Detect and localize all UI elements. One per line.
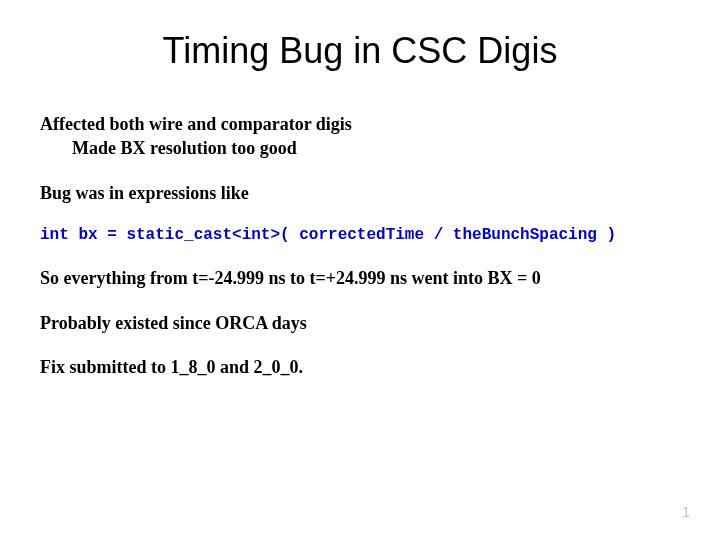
slide-body: Affected both wire and comparator digis … <box>40 112 680 379</box>
line-bug-was: Bug was in expressions like <box>40 181 680 205</box>
line-probably: Probably existed since ORCA days <box>40 311 680 335</box>
page-number: 1 <box>682 504 690 520</box>
line-made-bx: Made BX resolution too good <box>40 136 680 160</box>
slide: Timing Bug in CSC Digis Affected both wi… <box>0 0 720 540</box>
code-expression: int bx = static_cast<int>( correctedTime… <box>40 225 680 247</box>
line-fix: Fix submitted to 1_8_0 and 2_0_0. <box>40 355 680 379</box>
para-affected: Affected both wire and comparator digis … <box>40 112 680 161</box>
line-so-everything: So everything from t=-24.999 ns to t=+24… <box>40 266 680 290</box>
line-affected: Affected both wire and comparator digis <box>40 112 680 136</box>
slide-title: Timing Bug in CSC Digis <box>40 30 680 72</box>
